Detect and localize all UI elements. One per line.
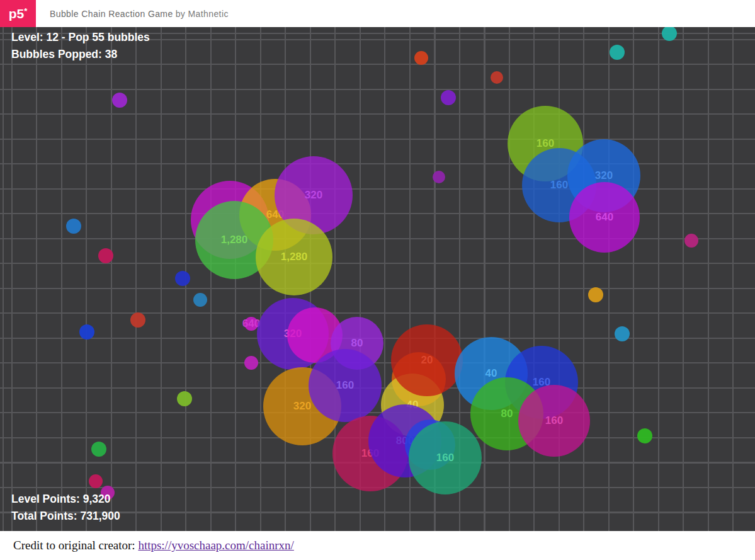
bubble-points-label: 160 [550,179,568,191]
credit-link[interactable]: https://yvoschaap.com/chainrxn/ [138,539,293,552]
level-points-text: Level Points: 9,320 [11,491,120,508]
bubble-points-label: 160 [436,452,454,464]
bubble[interactable] [79,324,94,340]
p5js-logo-text: p5 [9,6,25,21]
bubble[interactable]: 640 [244,317,258,331]
bubble[interactable] [91,442,106,457]
bubble[interactable] [89,474,103,488]
level-goal-text: Level: 12 - Pop 55 bubbles [11,29,150,46]
bubble[interactable]: 640 [569,182,640,253]
bubble[interactable] [112,93,127,108]
bubble[interactable] [615,326,630,341]
bubble[interactable] [637,428,652,443]
bubble[interactable]: 1,280 [256,219,332,295]
credit-prefix: Credit to original creator: [13,539,138,552]
bubble[interactable] [193,293,207,307]
title-wrap: Bubble Chain Reaction Game by Mathnetic [50,9,229,19]
bubble[interactable] [130,312,145,328]
bubbles-popped-text: Bubbles Popped: 38 [11,46,150,63]
bubble-points-label: 320 [293,400,311,413]
bubble[interactable] [175,271,190,286]
bubble[interactable] [610,45,625,60]
bubble[interactable] [662,27,677,41]
header-bar: p5* Bubble Chain Reaction Game by Mathne… [0,0,755,27]
hud-top: Level: 12 - Pop 55 bubbles Bubbles Poppe… [11,29,150,63]
bubble[interactable] [414,51,428,65]
bubble-points-label: 160 [536,137,554,150]
credit-line: Credit to original creator: https://yvos… [13,539,294,552]
bubble[interactable] [588,287,603,302]
bubble-points-label: 80 [501,408,513,420]
bubble-points-label: 320 [305,189,322,202]
bubble-points-label: 640 [596,211,613,224]
bubble-points-label: 160 [545,414,563,427]
bubble[interactable] [177,391,192,406]
bubble[interactable]: 20 [391,324,463,396]
bubble-points-label: 160 [336,379,354,392]
bubble[interactable] [684,234,698,248]
bubble[interactable] [66,219,81,234]
p5js-logo[interactable]: p5* [0,0,36,27]
bubble[interactable]: 160 [409,421,482,494]
bubble[interactable] [441,90,456,105]
bubble-points-label: 1,280 [221,234,248,246]
bubble[interactable]: 160 [309,349,382,422]
bubble-points-label: 40 [485,367,497,380]
bubble[interactable] [491,71,503,84]
bubble-points-label: 80 [351,337,363,350]
bubble-points-label: 20 [421,354,433,367]
page-byline: by Mathnetic [176,9,229,19]
bubble-points-label: 1,280 [281,251,308,263]
bubble[interactable] [433,171,445,183]
bubble[interactable] [98,248,113,263]
total-points-text: Total Points: 731,900 [11,508,120,525]
hud-bottom: Level Points: 9,320 Total Points: 731,90… [11,491,120,525]
bubble[interactable] [244,356,258,370]
bubble-points-label: 320 [595,169,613,182]
game-canvas[interactable]: Level: 12 - Pop 55 bubbles Bubbles Poppe… [0,27,755,531]
bubble[interactable]: 160 [518,385,590,457]
footer-credit-bar: Credit to original creator: https://yvos… [0,531,755,560]
page-title: Bubble Chain Reaction Game [50,9,173,19]
